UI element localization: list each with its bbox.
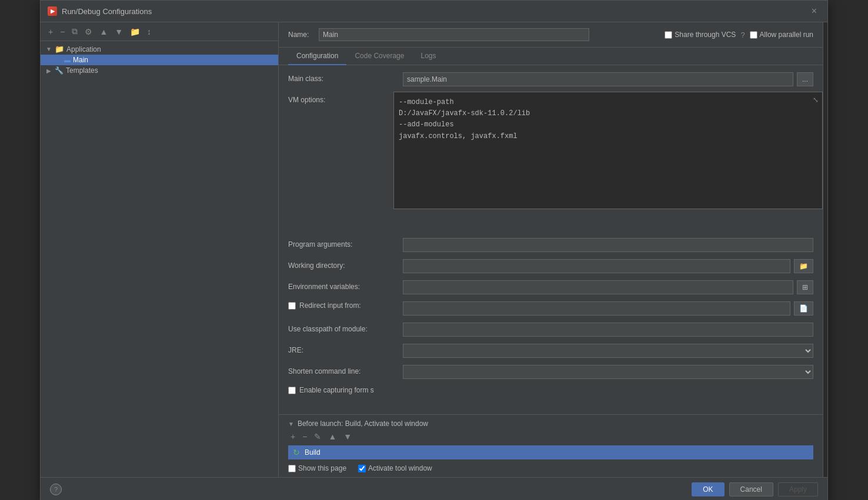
- main-label: Main: [73, 56, 88, 64]
- jre-row: JRE:: [288, 344, 813, 359]
- tab-code-coverage[interactable]: Code Coverage: [346, 48, 412, 65]
- jre-label: JRE:: [288, 344, 403, 354]
- share-vcs-checkbox[interactable]: Share through VCS: [665, 31, 736, 39]
- right-edge-bar: [823, 22, 827, 477]
- dialog-titlebar: ▶ Run/Debug Configurations ×: [41, 1, 827, 22]
- build-item: ↻ Build: [288, 445, 813, 459]
- copy-config-button[interactable]: ⧉: [69, 25, 81, 38]
- add-config-button[interactable]: +: [45, 25, 56, 38]
- remove-config-button[interactable]: −: [57, 25, 68, 38]
- vcs-options: Share through VCS ? Allow parallel run: [665, 31, 813, 39]
- show-page-label: Show this page: [298, 464, 346, 472]
- tree-item-application[interactable]: ▼ 📁 Application: [41, 43, 278, 55]
- before-launch-header: ▼ Before launch: Build, Activate tool wi…: [288, 420, 813, 428]
- tab-logs[interactable]: Logs: [412, 48, 444, 65]
- form-content: Main class: ... VM options: ⤡ --: [279, 65, 823, 414]
- env-vars-browse-button[interactable]: ⊞: [797, 280, 813, 294]
- dialog-title: Run/Debug Configurations: [62, 7, 152, 16]
- before-launch-move-up-button[interactable]: ▲: [326, 431, 339, 442]
- env-vars-control: ⊞: [403, 280, 813, 294]
- working-dir-row: Working directory: 📁: [288, 259, 813, 274]
- working-dir-label: Working directory:: [288, 259, 403, 270]
- apply-button[interactable]: Apply: [778, 482, 818, 496]
- app-icon: ▶: [48, 6, 57, 16]
- before-launch-add-button[interactable]: +: [288, 431, 298, 442]
- classpath-input[interactable]: [403, 323, 813, 337]
- before-launch-remove-button[interactable]: −: [300, 431, 309, 442]
- share-vcs-input[interactable]: [665, 31, 672, 39]
- cancel-button[interactable]: Cancel: [729, 482, 773, 496]
- redirect-checkbox-wrap[interactable]: Redirect input from:: [288, 301, 403, 310]
- before-launch-edit-button[interactable]: ✎: [312, 431, 323, 442]
- help-icon-vcs[interactable]: ?: [740, 31, 745, 39]
- env-vars-input[interactable]: [403, 280, 793, 294]
- allow-parallel-checkbox[interactable]: Allow parallel run: [750, 31, 813, 39]
- build-label: Build: [305, 448, 321, 457]
- shorten-cmd-control: [403, 365, 813, 379]
- classpath-row: Use classpath of module:: [288, 323, 813, 338]
- vm-options-label: VM options:: [288, 93, 403, 104]
- show-page-input[interactable]: [288, 465, 296, 472]
- left-panel: + − ⧉ ⚙ ▲ ▼ 📁 ↕ ▼ 📁 Application ▶: [41, 22, 279, 477]
- shorten-cmd-select[interactable]: [403, 365, 813, 379]
- before-launch-collapse[interactable]: ▼: [288, 421, 294, 427]
- name-row: Name: Share through VCS ? Allow parallel…: [279, 22, 823, 48]
- env-vars-row: Environment variables: ⊞: [288, 280, 813, 296]
- show-page-checkbox[interactable]: Show this page: [288, 464, 346, 472]
- enable-capturing-wrap[interactable]: Enable capturing form s: [288, 386, 374, 394]
- redirect-input[interactable]: [403, 301, 790, 316]
- shorten-cmd-row: Shorten command line:: [288, 365, 813, 380]
- tab-configuration[interactable]: Configuration: [288, 48, 346, 65]
- expand-arrow-templates: ▶: [45, 68, 52, 74]
- move-up-button[interactable]: ▲: [96, 25, 111, 38]
- vm-collapse-button[interactable]: ⤡: [813, 96, 819, 104]
- footer-left: ?: [50, 484, 62, 495]
- templates-label: Templates: [66, 66, 98, 75]
- program-args-input[interactable]: [403, 238, 813, 252]
- main-class-label: Main class:: [288, 72, 403, 83]
- bottom-checkboxes: Show this page Activate tool window: [288, 464, 813, 472]
- vm-options-expanded: ⤡ --module-path D:/JavaFX/javafx-sdk-11.…: [393, 92, 823, 209]
- footer-buttons: OK Cancel Apply: [692, 482, 818, 496]
- title-left: ▶ Run/Debug Configurations: [48, 6, 152, 16]
- main-class-browse-button[interactable]: ...: [797, 72, 813, 86]
- enable-capturing-label: Enable capturing form s: [299, 386, 374, 394]
- vm-code-content[interactable]: --module-path D:/JavaFX/javafx-sdk-11.0.…: [399, 97, 817, 142]
- right-panel: Name: Share through VCS ? Allow parallel…: [279, 22, 823, 477]
- enable-capturing-row: Enable capturing form s: [288, 386, 813, 401]
- classpath-control: [403, 323, 813, 337]
- program-args-label: Program arguments:: [288, 238, 403, 249]
- allow-parallel-label: Allow parallel run: [760, 31, 813, 39]
- before-launch-label: Before launch: Build, Activate tool wind…: [298, 420, 428, 428]
- application-label: Application: [66, 45, 101, 53]
- config-icon-main: ▬: [64, 56, 71, 63]
- activate-tool-input[interactable]: [358, 465, 366, 472]
- working-dir-control: 📁: [403, 259, 813, 273]
- program-args-row: Program arguments:: [288, 238, 813, 253]
- sort-button[interactable]: ↕: [144, 25, 154, 38]
- main-class-control: ...: [403, 72, 813, 86]
- shorten-cmd-label: Shorten command line:: [288, 365, 403, 375]
- working-dir-browse-button[interactable]: 📁: [794, 259, 813, 273]
- open-folder-button[interactable]: 📁: [127, 25, 143, 38]
- help-button[interactable]: ?: [50, 484, 62, 495]
- tree-item-main[interactable]: ▶ ▬ Main: [41, 55, 278, 65]
- main-class-row: Main class: ...: [288, 72, 813, 88]
- name-input[interactable]: [319, 28, 589, 41]
- main-class-input[interactable]: [403, 72, 793, 86]
- settings-config-button[interactable]: ⚙: [82, 25, 95, 38]
- working-dir-input[interactable]: [403, 259, 790, 273]
- env-vars-label: Environment variables:: [288, 280, 403, 291]
- activate-tool-checkbox[interactable]: Activate tool window: [358, 464, 432, 472]
- jre-select[interactable]: [403, 344, 813, 358]
- redirect-input-row: Redirect input from: 📄: [288, 301, 813, 317]
- redirect-browse-button[interactable]: 📄: [794, 301, 813, 316]
- allow-parallel-input[interactable]: [750, 31, 757, 39]
- before-launch-move-down-button[interactable]: ▼: [341, 431, 354, 442]
- tree-item-templates[interactable]: ▶ 🔧 Templates: [41, 65, 278, 76]
- close-button[interactable]: ×: [808, 5, 820, 17]
- ok-button[interactable]: OK: [692, 482, 724, 496]
- enable-capturing-checkbox[interactable]: [288, 387, 296, 394]
- redirect-checkbox[interactable]: [288, 302, 296, 310]
- move-down-button[interactable]: ▼: [112, 25, 126, 38]
